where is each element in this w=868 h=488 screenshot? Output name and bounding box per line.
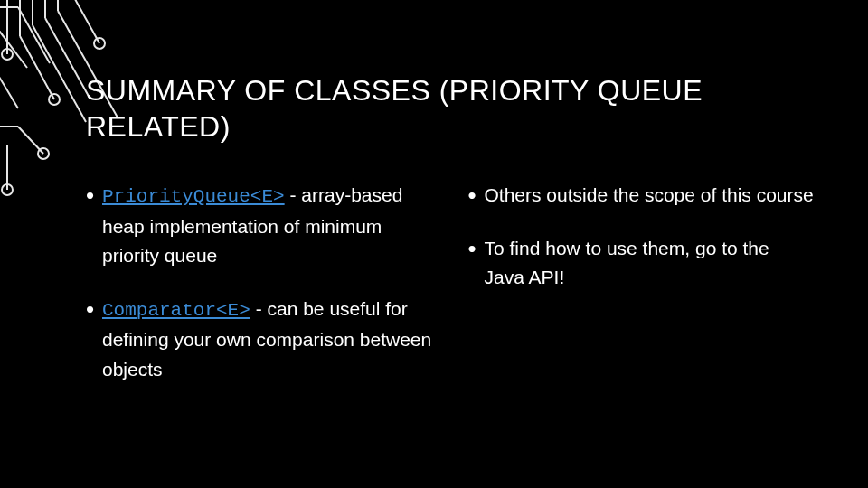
slide-title: SUMMARY OF CLASSES (PRIORITY QUEUE RELAT… xyxy=(86,72,791,145)
bullet-comparator: Comparator<E> - can be useful for defini… xyxy=(86,295,432,385)
left-list: PriorityQueue<E> - array-based heap impl… xyxy=(86,181,432,384)
comparator-link[interactable]: Comparator<E> xyxy=(102,300,250,321)
left-column: PriorityQueue<E> - array-based heap impl… xyxy=(86,181,432,408)
slide: SUMMARY OF CLASSES (PRIORITY QUEUE RELAT… xyxy=(0,0,868,488)
right-column: Others outside the scope of this course … xyxy=(468,181,815,408)
javaapi-text: To find how to use them, go to the Java … xyxy=(485,238,769,288)
bullet-javaapi: To find how to use them, go to the Java … xyxy=(468,234,815,293)
right-list: Others outside the scope of this course … xyxy=(468,181,815,293)
priorityqueue-link[interactable]: PriorityQueue<E> xyxy=(102,186,285,207)
bullet-priorityqueue: PriorityQueue<E> - array-based heap impl… xyxy=(86,181,432,271)
others-text: Others outside the scope of this course xyxy=(485,184,814,205)
bullet-others: Others outside the scope of this course xyxy=(468,181,815,211)
content-columns: PriorityQueue<E> - array-based heap impl… xyxy=(86,181,814,408)
